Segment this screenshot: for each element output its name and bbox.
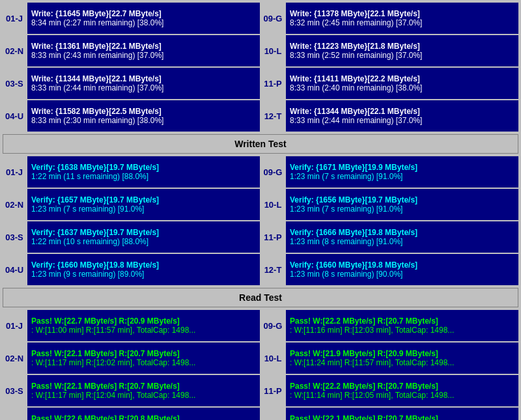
write-cell-03s: Write: {11344 MByte}[22.1 MByte/s] 8:33 … <box>27 68 260 99</box>
verify-cell-04u: Verify: {1660 MByte}[19.8 MByte/s] 1:23 … <box>27 254 260 285</box>
read-cell-03s: Pass! W:[22.1 MByte/s] R:[20.7 MByte/s] … <box>27 375 260 406</box>
read-line1-03s: Pass! W:[22.1 MByte/s] R:[20.7 MByte/s] <box>31 382 256 391</box>
write-line2-01j: 8:34 min (2:27 min remaining) [38.0%] <box>31 18 256 27</box>
drive-label-11p-write: 11-P <box>261 68 285 99</box>
write-cell-10l: Write: {11223 MByte}[21.8 MByte/s] 8:33 … <box>286 35 518 66</box>
drive-label-03s-read: 03-S <box>3 375 26 406</box>
drive-label-04u-read: 04-U <box>3 408 26 420</box>
read-cell-04u: Pass! W:[22.6 MByte/s] R:[20.8 MByte/s] … <box>27 408 260 420</box>
write-line2-02n: 8:33 min (2:43 min remaining) [37.0%] <box>31 51 256 60</box>
verify-line1-04u: Verify: {1660 MByte}[19.8 MByte/s] <box>31 260 256 270</box>
drive-label-10l-read: 10-L <box>261 343 285 374</box>
read-cell-01j: Pass! W:[22.7 MByte/s] R:[20.9 MByte/s] … <box>27 310 260 341</box>
drive-label-11p-verify: 11-P <box>261 221 285 253</box>
read-line2-10l: : W:[11:24 min] R:[11:57 min], TotalCap:… <box>290 358 514 367</box>
drive-label-12t-verify: 12-T <box>261 254 285 285</box>
read-section: 01-J Pass! W:[22.7 MByte/s] R:[20.9 MByt… <box>3 310 518 420</box>
write-line1-03s: Write: {11344 MByte}[22.1 MByte/s] <box>31 74 256 83</box>
write-cell-11p: Write: {11411 MByte}[22.2 MByte/s] 8:33 … <box>286 68 518 99</box>
drive-label-04u-write: 04-U <box>3 100 26 132</box>
verify-line1-03s: Verify: {1637 MByte}[19.7 MByte/s] <box>31 228 256 237</box>
verify-row-2: 02-N Verify: {1657 MByte}[19.7 MByte/s] … <box>3 189 518 220</box>
main-container: 01-J Write: {11645 MByte}[22.7 MByte/s] … <box>0 0 521 420</box>
read-test-header: Read Test <box>3 288 518 307</box>
read-cell-10l: Pass! W:[21.9 MByte/s] R:[20.9 MByte/s] … <box>286 343 518 374</box>
write-line1-11p: Write: {11411 MByte}[22.2 MByte/s] <box>290 74 514 83</box>
verify-line2-04u: 1:23 min (9 s remaining) [89.0%] <box>31 270 256 279</box>
verify-line1-02n: Verify: {1657 MByte}[19.7 MByte/s] <box>31 195 256 204</box>
write-line1-09g: Write: {11378 MByte}[22.1 MByte/s] <box>290 9 514 18</box>
read-line1-10l: Pass! W:[21.9 MByte/s] R:[20.9 MByte/s] <box>290 349 514 358</box>
write-line1-10l: Write: {11223 MByte}[21.8 MByte/s] <box>290 42 514 51</box>
write-row-2: 02-N Write: {11361 MByte}[22.1 MByte/s] … <box>3 35 518 66</box>
verify-cell-03s: Verify: {1637 MByte}[19.7 MByte/s] 1:22 … <box>27 221 260 253</box>
write-line2-11p: 8:33 min (2:40 min remaining) [38.0%] <box>290 83 514 92</box>
drive-label-10l-verify: 10-L <box>261 189 285 220</box>
verify-line2-09g: 1:23 min (7 s remaining) [91.0%] <box>290 172 514 181</box>
verify-section: 01-J Verify: {1638 MByte}[19.7 MByte/s] … <box>3 156 518 285</box>
verify-cell-09g: Verify: {1671 MByte}[19.9 MByte/s] 1:23 … <box>286 156 518 188</box>
read-line2-01j: : W:[11:00 min] R:[11:57 min], TotalCap:… <box>31 326 256 335</box>
drive-label-01j-read: 01-J <box>3 310 26 341</box>
drive-label-10l-write: 10-L <box>261 35 285 66</box>
drive-label-02n-write: 02-N <box>3 35 26 66</box>
read-line1-09g: Pass! W:[22.2 MByte/s] R:[20.7 MByte/s] <box>290 316 514 326</box>
written-test-header: Written Test <box>3 134 518 154</box>
written-section: 01-J Write: {11645 MByte}[22.7 MByte/s] … <box>3 3 518 132</box>
write-row-4: 04-U Write: {11582 MByte}[22.5 MByte/s] … <box>3 100 518 132</box>
verify-line2-11p: 1:23 min (8 s remaining) [91.0%] <box>290 237 514 246</box>
drive-label-12t-write: 12-T <box>261 100 285 132</box>
verify-line1-01j: Verify: {1638 MByte}[19.7 MByte/s] <box>31 163 256 172</box>
write-cell-04u: Write: {11582 MByte}[22.5 MByte/s] 8:33 … <box>27 100 260 132</box>
write-row-1: 01-J Write: {11645 MByte}[22.7 MByte/s] … <box>3 3 518 34</box>
write-line2-09g: 8:32 min (2:45 min remaining) [37.0%] <box>290 18 514 27</box>
drive-label-09g-verify: 09-G <box>261 156 285 188</box>
verify-cell-01j: Verify: {1638 MByte}[19.7 MByte/s] 1:22 … <box>27 156 260 188</box>
drive-label-12t-read: 12-T <box>261 408 285 420</box>
write-cell-09g: Write: {11378 MByte}[22.1 MByte/s] 8:32 … <box>286 3 518 34</box>
drive-label-03s-write: 03-S <box>3 68 26 99</box>
drive-label-02n-read: 02-N <box>3 343 26 374</box>
read-cell-09g: Pass! W:[22.2 MByte/s] R:[20.7 MByte/s] … <box>286 310 518 341</box>
verify-row-1: 01-J Verify: {1638 MByte}[19.7 MByte/s] … <box>3 156 518 188</box>
verify-line2-10l: 1:23 min (7 s remaining) [91.0%] <box>290 204 514 214</box>
read-row-1: 01-J Pass! W:[22.7 MByte/s] R:[20.9 MByt… <box>3 310 518 341</box>
write-line2-04u: 8:33 min (2:30 min remaining) [38.0%] <box>31 116 256 125</box>
write-line2-03s: 8:33 min (2:44 min remaining) [37.0%] <box>31 83 256 92</box>
write-line2-10l: 8:33 min (2:52 min remaining) [37.0%] <box>290 51 514 60</box>
drive-label-01j-verify: 01-J <box>3 156 26 188</box>
verify-cell-12t: Verify: {1660 MByte}[19.8 MByte/s] 1:23 … <box>286 254 518 285</box>
read-line2-02n: : W:[11:17 min] R:[12:02 min], TotalCap:… <box>31 358 256 367</box>
verify-row-3: 03-S Verify: {1637 MByte}[19.7 MByte/s] … <box>3 221 518 253</box>
drive-label-09g-write: 09-G <box>261 3 285 34</box>
verify-line2-12t: 1:23 min (8 s remaining) [90.0%] <box>290 270 514 279</box>
write-cell-01j: Write: {11645 MByte}[22.7 MByte/s] 8:34 … <box>27 3 260 34</box>
read-line2-11p: : W:[11:14 min] R:[12:05 min], TotalCap:… <box>290 391 514 400</box>
read-row-3: 03-S Pass! W:[22.1 MByte/s] R:[20.7 MByt… <box>3 375 518 406</box>
verify-cell-10l: Verify: {1656 MByte}[19.7 MByte/s] 1:23 … <box>286 189 518 220</box>
drive-label-11p-read: 11-P <box>261 375 285 406</box>
verify-line2-03s: 1:22 min (10 s remaining) [88.0%] <box>31 237 256 246</box>
read-cell-12t: Pass! W:[22.1 MByte/s] R:[20.7 MByte/s] … <box>286 408 518 420</box>
verify-line2-01j: 1:22 min (11 s remaining) [88.0%] <box>31 172 256 181</box>
verify-line2-02n: 1:23 min (7 s remaining) [91.0%] <box>31 204 256 214</box>
write-line1-02n: Write: {11361 MByte}[22.1 MByte/s] <box>31 42 256 51</box>
drive-label-02n-verify: 02-N <box>3 189 26 220</box>
verify-line1-12t: Verify: {1660 MByte}[19.8 MByte/s] <box>290 260 514 270</box>
read-line1-11p: Pass! W:[22.2 MByte/s] R:[20.7 MByte/s] <box>290 382 514 391</box>
write-line1-12t: Write: {11344 MByte}[22.1 MByte/s] <box>290 107 514 116</box>
verify-cell-11p: Verify: {1666 MByte}[19.8 MByte/s] 1:23 … <box>286 221 518 253</box>
read-line2-03s: : W:[11:17 min] R:[12:04 min], TotalCap:… <box>31 391 256 400</box>
drive-label-09g-read: 09-G <box>261 310 285 341</box>
verify-cell-02n: Verify: {1657 MByte}[19.7 MByte/s] 1:23 … <box>27 189 260 220</box>
write-row-3: 03-S Write: {11344 MByte}[22.1 MByte/s] … <box>3 68 518 99</box>
write-line1-01j: Write: {11645 MByte}[22.7 MByte/s] <box>31 9 256 18</box>
verify-row-4: 04-U Verify: {1660 MByte}[19.8 MByte/s] … <box>3 254 518 285</box>
read-line1-12t: Pass! W:[22.1 MByte/s] R:[20.7 MByte/s] <box>290 414 514 420</box>
read-cell-02n: Pass! W:[22.1 MByte/s] R:[20.7 MByte/s] … <box>27 343 260 374</box>
write-line1-04u: Write: {11582 MByte}[22.5 MByte/s] <box>31 107 256 116</box>
drive-label-01j-write: 01-J <box>3 3 26 34</box>
read-line2-09g: : W:[11:16 min] R:[12:03 min], TotalCap:… <box>290 326 514 335</box>
read-cell-11p: Pass! W:[22.2 MByte/s] R:[20.7 MByte/s] … <box>286 375 518 406</box>
read-line1-01j: Pass! W:[22.7 MByte/s] R:[20.9 MByte/s] <box>31 316 256 326</box>
